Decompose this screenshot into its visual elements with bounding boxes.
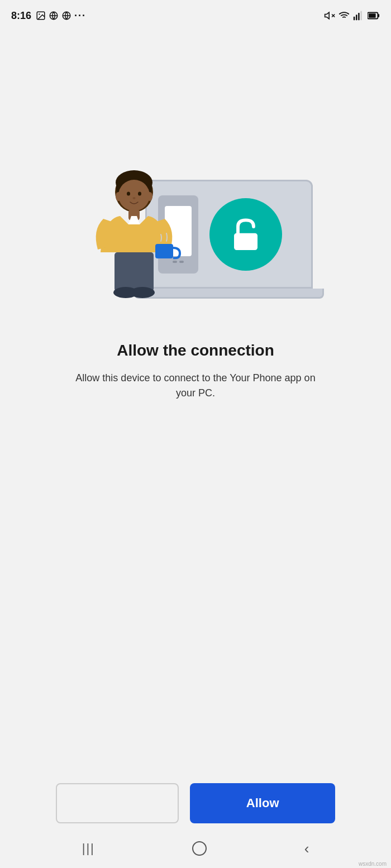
status-right-icons (324, 10, 380, 21)
svg-point-24 (133, 197, 136, 199)
svg-rect-16 (369, 13, 376, 17)
signal-icon (353, 10, 364, 21)
svg-rect-11 (356, 15, 357, 20)
svg-point-32 (130, 287, 155, 298)
nav-bar: ||| ‹ (0, 829, 391, 868)
svg-point-23 (138, 192, 141, 196)
page-subtitle: Allow this device to connect to the Your… (67, 371, 324, 401)
bottom-actions: Allow (0, 783, 391, 823)
allow-button[interactable]: Allow (190, 783, 335, 823)
svg-rect-29 (155, 244, 173, 258)
svg-point-1 (39, 13, 40, 15)
svg-rect-12 (358, 13, 360, 20)
more-dots-icon: ··· (74, 10, 86, 22)
wifi-icon (338, 10, 350, 21)
time-display: 8:16 (11, 10, 31, 22)
back-button[interactable]: ‹ (304, 840, 309, 857)
svg-point-26 (147, 192, 152, 201)
svg-point-25 (116, 192, 121, 201)
globe2-icon (61, 11, 71, 21)
deny-button[interactable] (56, 783, 179, 823)
svg-marker-6 (325, 12, 330, 19)
svg-point-34 (193, 842, 206, 855)
mute-icon (324, 10, 335, 21)
svg-rect-10 (354, 17, 355, 21)
lock-icon (209, 198, 282, 271)
home-button[interactable] (192, 841, 207, 856)
person-illustration (84, 163, 184, 314)
status-bar: 8:16 ··· (0, 0, 391, 29)
svg-point-22 (127, 192, 130, 196)
watermark: wsxdn.com (359, 861, 387, 867)
svg-rect-13 (360, 11, 362, 21)
recent-apps-button[interactable]: ||| (82, 841, 95, 856)
svg-rect-33 (234, 233, 258, 250)
main-content: Allow the connection Allow this device t… (0, 29, 391, 401)
battery-icon (368, 12, 380, 20)
svg-rect-15 (378, 14, 379, 17)
svg-point-21 (118, 180, 150, 211)
globe-icon (49, 11, 59, 21)
svg-rect-30 (115, 252, 154, 291)
page-title: Allow the connection (117, 342, 274, 359)
illustration (78, 141, 313, 319)
image-icon (36, 11, 46, 21)
